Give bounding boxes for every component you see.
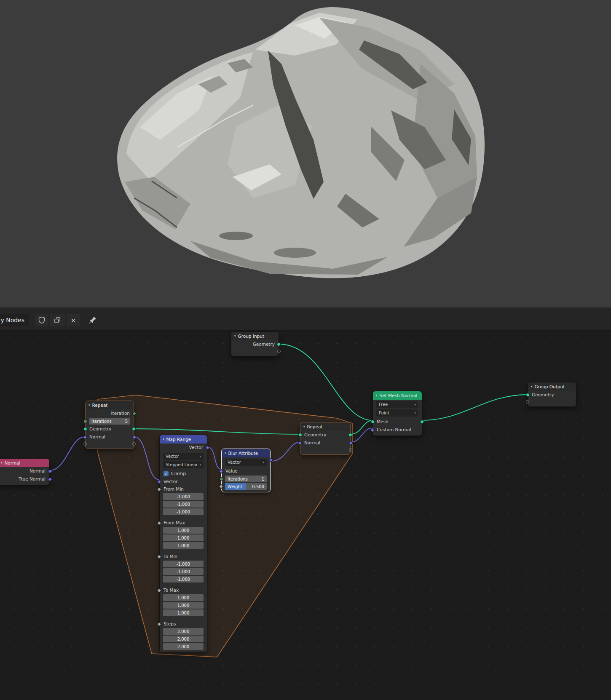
value-field-z[interactable]: -1.000 [163,576,204,582]
weight-slider[interactable]: Weight 0.500 [225,483,267,490]
dropdown-value: Point [379,411,389,415]
group-label: Steps [163,621,176,626]
value-field-x[interactable]: 1.000 [163,527,204,534]
blender-window: Geometry Nodes × [0,0,611,700]
domain-dropdown[interactable]: Point ▾ [376,409,418,417]
field-label: Iterations [228,477,248,481]
new-copy-button[interactable] [50,314,65,326]
value-field-z[interactable]: -1.000 [163,508,204,515]
data-type-dropdown[interactable]: Vector ▾ [163,453,204,460]
socket-label: Normal [29,468,46,473]
value-field-x[interactable]: -1.000 [163,493,204,500]
shield-icon [38,316,46,324]
dropdown-value: Free [379,402,388,407]
node-normal[interactable]: ▾ Normal Normal True Normal [0,458,50,485]
node-repeat-input[interactable]: ▾ Repeat Iteration Iterations 5 Geometry… [85,401,134,449]
value-field-y[interactable]: 1.000 [163,534,204,541]
unlink-button[interactable]: × [67,314,80,326]
steps-group: Steps 2.000 2.000 2.000 [160,620,207,650]
node-title: Map Range [166,437,191,442]
iterations-input-socket[interactable] [83,419,87,423]
node-title: Repeat [307,424,323,429]
mode-dropdown[interactable]: Free ▾ [376,401,418,408]
socket-label: Value [225,468,238,473]
iterations-field[interactable]: Iterations 1 [225,476,267,482]
chevron-down-icon: ▾ [199,455,201,458]
node-title: Normal [5,460,21,465]
node-title: Repeat [92,403,108,408]
interpolation-dropdown[interactable]: Stepped Linear ▾ [163,461,204,468]
nodetree-name-field[interactable]: Geometry Nodes [0,314,29,326]
node-editor-header: Geometry Nodes × [0,307,611,331]
data-type-dropdown[interactable]: Vector ▾ [225,459,267,466]
geometry-output-socket[interactable] [132,427,136,431]
socket-label: Normal [89,434,105,439]
node-title: Set Mesh Normal [380,393,418,398]
node-repeat-output[interactable]: ▾ Repeat Geometry Normal [300,422,351,455]
group-label: From Max [163,520,185,525]
geometry-input-socket[interactable] [526,393,530,397]
pin-icon [88,315,97,325]
socket-label: Vector [163,479,177,484]
from-min-group: From Min -1.000 -1.000 -1.000 [160,486,207,516]
socket-label: Mesh [377,419,389,424]
value-field-y[interactable]: -1.000 [163,568,204,575]
chevron-down-icon[interactable]: ▾ [88,403,90,407]
field-label: Iterations [91,419,112,424]
value-field-y[interactable]: 2.000 [163,636,204,642]
geometry-input-socket[interactable] [83,427,87,431]
chevron-down-icon: ▾ [199,463,201,467]
value-field-y[interactable]: 1.000 [163,602,204,609]
3d-viewport[interactable] [0,0,611,307]
virtual-socket[interactable] [277,350,281,353]
close-icon: × [70,316,76,324]
node-map-range[interactable]: ▾ Map Range Vector Vector ▾ Stepped Line… [159,435,207,652]
value-field-z[interactable]: 1.000 [163,542,204,549]
chevron-down-icon[interactable]: ▾ [1,461,3,465]
geometry-output-socket[interactable] [277,342,281,346]
chevron-down-icon[interactable]: ▾ [303,425,305,428]
virtual-socket[interactable] [83,442,87,446]
field-value: 0.500 [252,484,264,489]
node-title: Group Input [238,334,265,339]
node-group-input[interactable]: ▾ Group Input Geometry [231,331,279,356]
chevron-down-icon[interactable]: ▾ [376,394,378,397]
iterations-field[interactable]: Iterations 5 [89,418,130,425]
fake-user-button[interactable] [35,314,48,326]
clamp-checkbox[interactable]: ✓ [163,471,169,476]
pin-button[interactable] [87,314,99,326]
virtual-socket[interactable] [132,442,136,446]
field-label: Weight [228,484,242,489]
node-title: Blur Attribute [228,451,258,456]
value-field-x[interactable]: 1.000 [163,594,204,601]
node-group-output[interactable]: ▾ Group Output Geometry [528,382,576,407]
value-field-y[interactable]: -1.000 [163,501,204,508]
socket-label: Geometry [253,342,275,347]
iterations-input-socket[interactable] [220,477,223,481]
chevron-down-icon[interactable]: ▾ [234,334,236,338]
chevron-down-icon: ▾ [263,461,264,464]
chevron-down-icon[interactable]: ▾ [163,438,164,441]
socket-label: Vector [189,445,203,450]
mesh-input-socket[interactable] [371,420,375,424]
chevron-down-icon: ▾ [414,411,416,415]
group-label: From Min [163,486,184,492]
virtual-socket[interactable] [349,448,352,452]
socket-label: Geometry [89,426,111,431]
chevron-down-icon[interactable]: ▾ [531,385,533,388]
value-field-x[interactable]: 2.000 [163,628,204,635]
node-set-mesh-normal[interactable]: ▾ Set Mesh Normal Free ▾ Point ▾ Mesh Cu… [372,391,422,436]
value-field-x[interactable]: -1.000 [163,561,204,567]
value-field-z[interactable]: 2.000 [163,643,204,650]
node-editor-canvas[interactable] [0,307,611,700]
node-blur-attribute[interactable]: ▾ Blur Attribute Vector ▾ Value Iteratio… [221,449,271,492]
geometry-input-socket[interactable] [298,433,302,437]
value-field-z[interactable]: 1.000 [163,609,204,616]
geometry-output-socket[interactable] [348,433,352,437]
mesh-output-socket[interactable] [420,420,424,424]
chevron-down-icon[interactable]: ▾ [225,452,226,455]
virtual-socket[interactable] [526,400,529,403]
group-label: To Max [163,588,179,593]
to-max-group: To Max 1.000 1.000 1.000 [160,587,207,617]
dropdown-value: Stepped Linear [166,462,198,467]
